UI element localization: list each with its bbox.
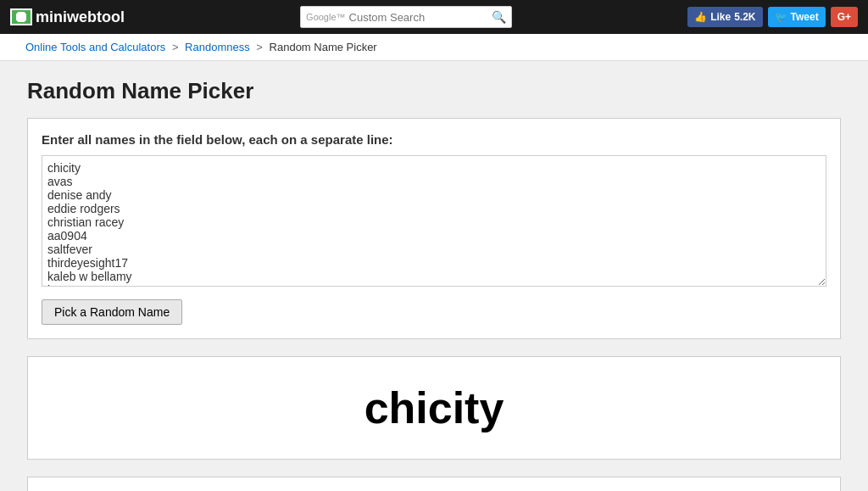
google-label: Google™ (306, 12, 345, 22)
social-buttons: 👍 Like 5.2K 🐦 Tweet G+ (687, 7, 858, 27)
gplus-label: G+ (837, 11, 851, 23)
breadcrumb-section-link[interactable]: Randomness (185, 41, 250, 53)
logo-box[interactable] (10, 8, 32, 25)
breadcrumb-home-link[interactable]: Online Tools and Calculators (25, 41, 165, 53)
logo-area: miniwebtool (10, 8, 125, 26)
search-input[interactable] (349, 11, 492, 24)
tool-instruction: Enter all names in the field below, each… (42, 132, 826, 147)
tweet-label: Tweet (791, 11, 819, 23)
tool-box: Enter all names in the field below, each… (27, 118, 841, 339)
search-icon[interactable]: 🔍 (492, 10, 506, 24)
breadcrumb-sep1: > (172, 41, 179, 53)
result-name: chicity (364, 382, 504, 433)
breadcrumb-sep2: > (256, 41, 263, 53)
about-box: About Random Name Picker This online too… (27, 477, 841, 491)
fb-thumb-icon: 👍 (694, 11, 707, 23)
breadcrumb: Online Tools and Calculators > Randomnes… (0, 34, 868, 61)
names-textarea[interactable] (42, 155, 826, 287)
fb-label: Like (710, 11, 731, 23)
page-title: Random Name Picker (27, 78, 841, 104)
twitter-bird-icon: 🐦 (775, 11, 787, 23)
result-box: chicity (27, 356, 841, 460)
gplus-button[interactable]: G+ (831, 7, 858, 27)
logo-text[interactable]: miniwebtool (36, 8, 125, 26)
breadcrumb-current: Random Name Picker (270, 41, 377, 53)
logo-icon (16, 12, 26, 22)
facebook-button[interactable]: 👍 Like 5.2K (687, 7, 762, 27)
main-content: Random Name Picker Enter all names in th… (10, 78, 858, 491)
twitter-button[interactable]: 🐦 Tweet (768, 7, 826, 27)
search-bar[interactable]: Google™ 🔍 (300, 6, 512, 28)
fb-count: 5.2K (734, 11, 755, 23)
header: miniwebtool Google™ 🔍 👍 Like 5.2K 🐦 Twee… (0, 0, 868, 34)
pick-random-name-button[interactable]: Pick a Random Name (42, 299, 182, 325)
